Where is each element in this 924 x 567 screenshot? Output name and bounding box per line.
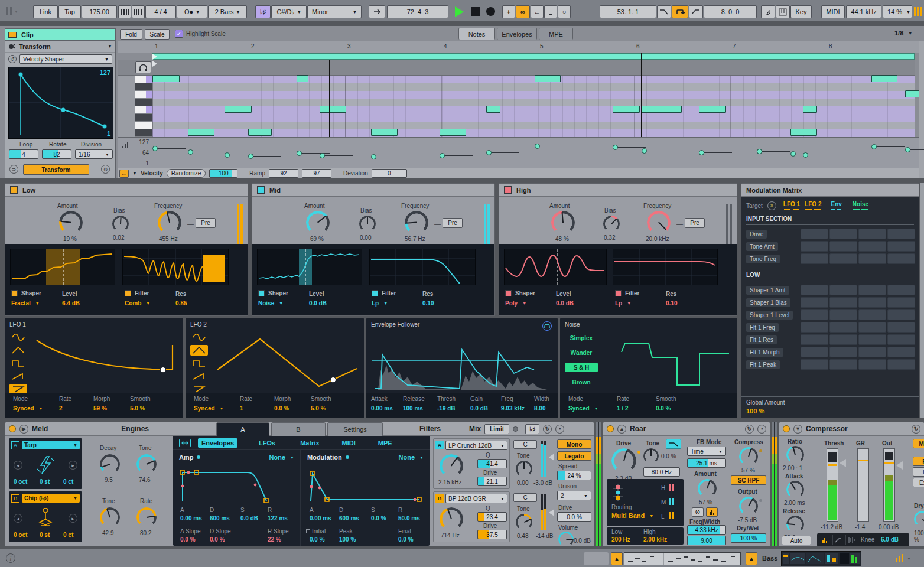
lane-add-caret-icon[interactable]: ▼ xyxy=(132,171,137,176)
engine-a-tone-knob[interactable] xyxy=(136,454,157,474)
matrix-cell[interactable] xyxy=(858,359,886,370)
matrix-row-label[interactable]: Tone Amt xyxy=(746,242,778,251)
re-enable-automation-button[interactable] xyxy=(544,5,557,18)
loop-switch[interactable] xyxy=(672,5,688,18)
amp-env-display[interactable] xyxy=(178,467,296,504)
mid-shaper-type-selector[interactable]: Noise▼ xyxy=(258,300,283,307)
key-map-button[interactable]: Key xyxy=(790,5,812,18)
meld-preview-icon[interactable]: ▶ xyxy=(19,425,28,434)
velocity-lane[interactable]: 127 64 1 xyxy=(118,137,919,168)
device-chain-expand-button[interactable]: ▲ xyxy=(746,552,757,565)
matrix-source-lfo1[interactable]: LFO 1 xyxy=(783,201,800,210)
matrix-source-noise[interactable]: Noise xyxy=(853,201,868,210)
midi-note[interactable] xyxy=(905,90,920,97)
lfo1-sine-icon[interactable] xyxy=(9,332,27,343)
roar-drive-knob[interactable] xyxy=(611,448,636,473)
matrix-cell[interactable] xyxy=(829,359,857,370)
velocity-marker[interactable] xyxy=(440,153,445,158)
tempo-field[interactable]: 175.00 xyxy=(82,5,117,18)
engine-b-ct[interactable]: 0 ct xyxy=(63,532,73,538)
compressor-activator[interactable] xyxy=(783,425,790,432)
mid-res-value[interactable]: 0.10 xyxy=(422,300,434,307)
filter-b-freq-knob[interactable] xyxy=(440,507,463,531)
envf-freq-value[interactable]: 9.03 kHz xyxy=(501,405,525,412)
root-note-selector[interactable]: C#/D♭▼ xyxy=(271,5,307,18)
matrix-cell[interactable] xyxy=(858,253,886,264)
comp-drywet-value[interactable]: 100 % xyxy=(914,530,924,543)
low-level-value[interactable]: 6.4 dB xyxy=(62,300,80,307)
engine-b-knob1-value[interactable]: 42.9 xyxy=(102,530,113,536)
envf-attack-value[interactable]: 0.00 ms xyxy=(371,405,393,412)
lfo1-square-icon[interactable] xyxy=(9,358,27,369)
crossover-low-value[interactable]: 200 Hz xyxy=(611,536,630,543)
time-signature-field[interactable]: 4 / 4 xyxy=(145,5,176,18)
meld-hot-swap-icon[interactable]: ↻ xyxy=(543,425,552,434)
matrix-cell[interactable] xyxy=(801,347,828,357)
noise-type-sh[interactable]: S & H xyxy=(565,363,598,372)
device-scrollbar[interactable] xyxy=(920,183,924,418)
matrix-row-label[interactable]: Flt 1 Peak xyxy=(746,360,780,369)
tab-envelopes[interactable]: Envelopes xyxy=(497,28,537,40)
arrangement-position-field[interactable]: 72. 4. 3 xyxy=(387,5,448,18)
midi-note[interactable] xyxy=(699,106,726,113)
amp-rslope-value[interactable]: 22 % xyxy=(268,536,281,543)
volume-knob[interactable] xyxy=(558,532,574,546)
mid-filter-type-selector[interactable]: Lp▼ xyxy=(372,300,388,307)
compressor-fold-icon[interactable]: ▼ xyxy=(793,425,802,434)
fb-phase-invert-button[interactable]: Ø xyxy=(692,507,704,517)
matrix-cell[interactable] xyxy=(887,322,915,333)
amp-aslope-value[interactable]: 0.0 % xyxy=(180,536,196,543)
matrix-row-label[interactable]: Flt 1 Res xyxy=(746,335,777,344)
engine-b-st[interactable]: 0 st xyxy=(40,532,50,538)
roar-fold-icon[interactable]: ▲ xyxy=(617,425,626,434)
play-button[interactable] xyxy=(455,6,464,17)
velocity-marker[interactable] xyxy=(803,152,808,158)
velocity-marker[interactable] xyxy=(188,149,193,155)
lfo2-morph-value[interactable]: 0.0 % xyxy=(274,405,289,412)
high-shaper-display[interactable] xyxy=(504,249,607,285)
unison-selector[interactable]: 2▼ xyxy=(557,491,591,500)
lane-fold-button[interactable]: ← xyxy=(119,170,129,178)
fb-amount-knob[interactable] xyxy=(698,479,717,498)
punch-out-icon[interactable] xyxy=(689,5,703,18)
ramp-end-field[interactable]: 97 xyxy=(302,169,331,178)
high-frequency-value[interactable]: 20.0 kHz xyxy=(646,236,669,242)
matrix-cell[interactable] xyxy=(829,309,857,320)
matrix-cell[interactable] xyxy=(887,334,915,345)
volume-value[interactable]: 0.0 dB xyxy=(574,537,591,544)
attack-knob[interactable] xyxy=(786,481,804,498)
capture-midi-button[interactable]: ○ xyxy=(558,5,571,18)
engine-a-knob2-value[interactable]: 74.6 xyxy=(139,477,150,483)
high-frequency-knob[interactable] xyxy=(647,211,671,234)
matrix-cell[interactable] xyxy=(801,334,828,345)
roar-output-knob[interactable] xyxy=(739,497,758,516)
low-filter-toggle[interactable] xyxy=(125,290,131,296)
high-pre-toggle[interactable]: Pre xyxy=(685,218,705,228)
low-bias-value[interactable]: 0.02 xyxy=(113,234,124,241)
punch-in-icon[interactable] xyxy=(657,5,671,18)
high-res-value[interactable]: 0.10 xyxy=(666,300,677,307)
lfo2-rate-value[interactable]: 1 xyxy=(240,405,243,412)
computer-midi-keyboard-button[interactable] xyxy=(776,5,790,18)
env-link-icon[interactable] xyxy=(179,439,191,447)
amp-attack-value[interactable]: 0.00 ms xyxy=(180,515,202,522)
low-shaper-toggle[interactable] xyxy=(11,290,18,296)
knee-value[interactable]: 6.0 dB xyxy=(881,536,899,543)
clip-overview[interactable] xyxy=(624,552,741,565)
mod-env-display[interactable] xyxy=(306,467,424,504)
filter-a-drive-value[interactable]: 21.1 xyxy=(477,477,507,486)
transform-loop-mode-icon[interactable]: ⊃ xyxy=(9,165,18,174)
noise-mode-selector[interactable]: Synced▼ xyxy=(568,405,598,412)
legato-button[interactable]: Legato xyxy=(557,451,591,461)
out-handle[interactable] xyxy=(896,461,903,470)
filter-a-tag[interactable]: A xyxy=(435,441,444,449)
mid-shaper-toggle[interactable] xyxy=(258,290,265,296)
high-shaper-toggle[interactable] xyxy=(505,290,512,296)
roll-scrollbar[interactable] xyxy=(919,41,924,178)
meld-tab-settings[interactable]: Settings xyxy=(327,422,383,436)
mix-b-pan[interactable]: C xyxy=(513,493,537,502)
matrix-cell[interactable] xyxy=(801,253,828,264)
lfo1-saw-up-icon[interactable] xyxy=(9,371,27,382)
mix-a-level-handle[interactable] xyxy=(549,454,554,461)
matrix-row-label[interactable]: Flt 1 Morph xyxy=(746,348,783,357)
